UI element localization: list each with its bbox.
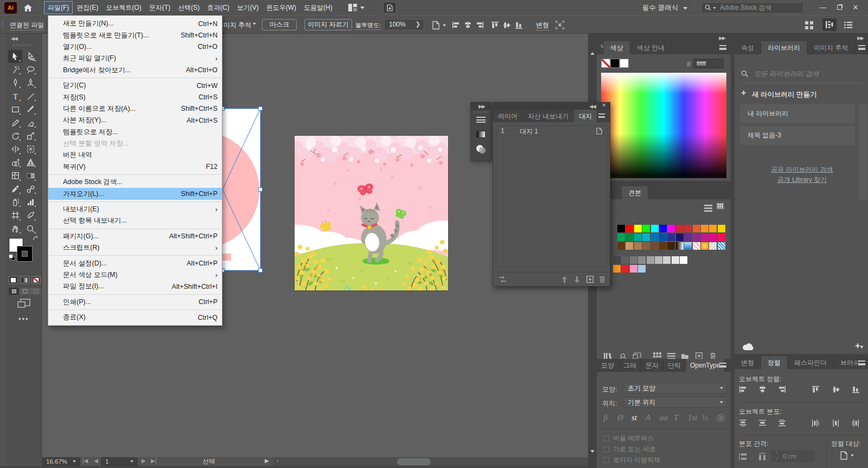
file-menu-item[interactable]: 스크립트(R)› [48,242,222,254]
swatches-list-view-icon[interactable] [704,205,712,212]
paintbrush-tool[interactable] [23,103,37,116]
right-tab-이미지 추적[interactable]: 이미지 추적 [807,41,855,54]
crop-image-button[interactable]: 이미지 자르기 [304,19,352,30]
controlbar-grip[interactable] [1,20,4,30]
type-tab-문자[interactable]: 문자 [641,359,663,372]
dist-vbottom-button[interactable] [778,419,786,427]
menu-파일F[interactable]: 파일(F) [44,1,73,14]
delete-artboard-icon[interactable] [599,276,605,283]
swatch[interactable] [718,225,725,232]
file-menu-item[interactable]: 선택 항목 내보내기... [48,215,222,226]
swatch[interactable] [642,233,650,241]
scale-tool[interactable] [23,129,37,142]
opentype-stylistic-alternates-button[interactable]: aa [660,413,668,422]
file-menu-item[interactable]: 열기(O)...Ctrl+O [48,41,222,53]
swatch[interactable] [684,233,692,241]
shape-builder-tool[interactable] [8,156,22,169]
file-menu-item[interactable]: 복귀(V)F12 [48,161,222,173]
transform-link[interactable]: 변형 [536,21,549,30]
swatch[interactable] [672,256,679,264]
swatch[interactable] [621,265,629,273]
menu-효과C[interactable]: 효과(C) [203,1,233,14]
artboard-tool[interactable] [8,209,22,222]
align-to-artboard-icon[interactable] [839,451,848,460]
file-menu-item[interactable]: 선택 분할 영역 저장... [48,138,222,149]
swatch[interactable] [642,225,650,232]
swatch[interactable] [663,256,671,264]
artboard-row[interactable]: 1 대지 1 [496,126,608,136]
right-tab-속성[interactable]: 속성 [735,41,761,54]
share-button[interactable] [383,2,397,14]
scroll-down-arrow[interactable] [590,450,595,453]
spacing-stepper[interactable]: ⌃⌄ 0 cm [771,451,814,461]
curvature-tool[interactable] [23,77,37,90]
dist-hright-button[interactable] [852,419,860,427]
file-menu-item[interactable]: 저장(S)Ctrl+S [48,91,222,103]
opentype-titling-alternates-button[interactable]: T [674,413,678,422]
menu-문자T[interactable]: 문자(T) [145,1,174,14]
next-artboard-icon[interactable]: ▶ [142,458,146,464]
color-none-chip[interactable] [601,59,610,68]
close-button[interactable]: ✕ [847,1,864,14]
restore-button[interactable] [831,1,847,14]
cb-align-vcenter-button[interactable] [503,21,511,29]
menu-오브젝트O[interactable]: 오브젝트(O) [102,1,145,14]
shaper-tool[interactable] [8,116,22,129]
tab-color-guide[interactable]: 색상 안내 [630,41,672,54]
new-artboard-icon[interactable] [586,276,593,283]
opentype-ordinals-button[interactable]: 1st [688,413,698,422]
file-menu-item[interactable]: 파일 정보(I)...Alt+Shift+Ctrl+I [48,281,222,292]
align-to-arrow[interactable] [851,454,854,457]
opentype-swash-button[interactable]: A [646,413,650,422]
expand-dock2-icon[interactable]: ▶▶ [857,35,864,41]
color-mode-button[interactable] [9,276,18,284]
width-tool[interactable] [8,143,22,156]
bottom-tab-패스파인더[interactable]: 패스파인더 [788,356,834,369]
dist-vcenter-button[interactable] [758,419,767,427]
home-icon[interactable] [23,4,33,12]
more-tools-icon[interactable]: ••• [18,315,29,323]
swatch[interactable] [693,225,700,232]
status-expand-arrow[interactable]: ▶ [265,458,269,464]
swatch[interactable] [651,242,659,250]
image-trace-arrow[interactable] [253,23,256,25]
type-tool[interactable]: T [8,90,22,103]
opacity-label[interactable]: 불투명도: [355,21,381,30]
search-scope-arrow[interactable] [713,7,716,9]
first-artboard-icon[interactable]: |◀ [82,458,88,464]
artboard-artwork[interactable] [295,136,448,290]
file-menu-item[interactable]: 패키지(G)...Alt+Shift+Ctrl+P [48,231,222,242]
swatch[interactable] [647,256,654,264]
horizontal-scrollbar[interactable]: ‹ › [273,457,597,466]
swatch[interactable] [709,233,717,241]
swatch[interactable] [626,233,633,241]
opentype-stylistic-ligature-button[interactable]: st [631,413,637,422]
swatch[interactable] [626,225,633,232]
document-setup-icon[interactable] [431,21,441,30]
selection-tool[interactable] [8,50,22,63]
perspective-grid-tool[interactable] [23,156,37,169]
swatches-grid-view-icon[interactable] [716,203,724,210]
opentype-annotation-button[interactable]: ⓐ [716,413,724,423]
workspace-panel-arrow[interactable] [828,24,831,26]
direct-selection-tool[interactable] [23,50,37,63]
figure-dropdown[interactable]: 초기 모양 [623,383,727,394]
dist-hleft-button[interactable] [812,419,820,427]
mask-button[interactable]: 마스크 [262,19,297,30]
type-tab-모양[interactable]: 모양 [597,359,619,372]
library-scroll-strip[interactable] [859,104,867,200]
swatch[interactable] [621,256,629,264]
swatch[interactable] [642,242,650,250]
swatch[interactable] [634,242,642,250]
swatch[interactable] [659,225,667,232]
horizontal-distribute-space-icon[interactable] [758,453,767,460]
blend-tool[interactable] [23,182,37,195]
menu-편집E[interactable]: 편집(E) [73,1,102,14]
illustrator-logo-icon[interactable]: Ai [4,2,17,14]
move-down-icon[interactable] [574,276,580,283]
swatch[interactable] [613,265,621,273]
swatch[interactable] [626,242,633,250]
opentype-menu-icon[interactable] [719,363,726,368]
rectangle-tool[interactable] [8,103,22,116]
file-menu-item[interactable]: 문서 색상 모드(M)› [48,269,222,281]
